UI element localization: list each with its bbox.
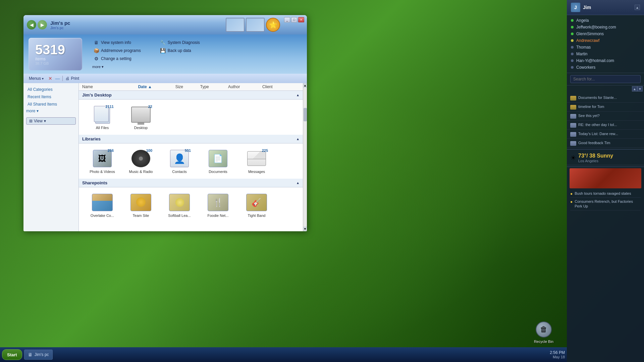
section-jims-desktop[interactable]: Jim's Desktop ▲ [79,91,303,100]
msg-email-icon-4 [570,123,576,128]
desktop-label: Desktop [134,126,148,130]
content-area: All Categories Recent Items All Shared I… [23,83,307,231]
start-button[interactable]: Start [2,349,22,360]
rp-scroll-down-button[interactable]: ▼ [637,86,643,92]
file-item-photo-videos[interactable]: 🖼 256 Photo & Videos [86,147,119,175]
change-setting-button[interactable]: ⚙ Change a setting [92,55,142,62]
storage-size: 38.7 GB [35,61,75,65]
action-column-2: 🔧 System Diagnosis 💾 Back up data [159,39,201,62]
documents-icon-wrap: 📄 [207,148,229,169]
overlake-icon [92,194,113,211]
col-header-author[interactable]: Author [228,84,262,89]
thumbnail-2[interactable] [246,18,265,32]
sidebar-recent-items[interactable]: Recent Items [26,94,76,100]
contact-coworkers[interactable]: Coworkers [571,64,640,71]
rp-search [567,73,644,85]
file-item-all-files[interactable]: 2111 All Files [86,103,119,131]
sidebar-all-categories[interactable]: All Categories [26,86,76,93]
section-jims-desktop-collapse[interactable]: ▲ [296,93,300,97]
menus-menu[interactable]: Menus ▾ [27,75,46,81]
contact-hanyi[interactable]: Han-Yi@hotmail.com [571,57,640,64]
back-up-data-button[interactable]: 💾 Back up data [159,47,201,54]
file-item-contacts[interactable]: 👤 501 Contacts [163,147,196,175]
rp-news-image [570,168,641,188]
contact-angela[interactable]: Angela [571,17,640,24]
view-control[interactable]: ⊞ View ▾ [26,117,76,125]
rp-news-2[interactable]: ● Consumers Retrench, but Factories Perk… [570,198,641,210]
more-button[interactable]: more ▾ [92,65,211,69]
minimize-button[interactable]: _ [284,17,290,22]
close-icon-small[interactable]: ✕ [48,76,52,81]
rp-contacts: Angela Jeffwork@boeing.com GlennSimmons … [567,15,644,73]
desktop-icon-wrap: 22 [129,105,152,125]
col-header-size[interactable]: Size [175,84,200,89]
view-system-info-button[interactable]: 🖥 View system info [92,39,142,46]
rp-msg-2[interactable]: timeline for Tom [567,103,644,112]
section-libraries[interactable]: Libraries ▲ [79,135,303,143]
vertical-scrollbar[interactable]: ▲ ▼ [303,83,307,231]
rp-news-1[interactable]: ● Bush tours tornado ravaged states [570,190,641,198]
contacts-count: 501 [185,148,191,153]
section-sharepoints[interactable]: Sharepoints ▲ [79,179,303,187]
rp-search-input[interactable] [570,75,641,83]
forward-button[interactable]: ▶ [38,20,47,29]
file-item-music-radio[interactable]: 100 Music & Radio [124,147,158,175]
col-header-client[interactable]: Client [262,84,293,89]
contact-martin-name: Martin [576,52,587,56]
rp-msg-3[interactable]: See this yet? [567,112,644,121]
recycle-bin[interactable]: 🗑 Recycle Bin [534,321,553,344]
print-button[interactable]: 🖨 Print [65,76,79,81]
file-item-team-site[interactable]: Team Site [124,191,158,219]
file-item-foodie[interactable]: 🍴 Foodie Net... [201,191,235,219]
contact-jeffwork[interactable]: Jeffwork@boeing.com [571,24,640,31]
contact-martin[interactable]: Martin [571,51,640,57]
section-sharepoints-collapse[interactable]: ▲ [296,181,300,185]
file-item-desktop[interactable]: 22 Desktop [124,103,158,131]
col-header-date[interactable]: Date ▲ [138,84,175,89]
section-libraries-collapse[interactable]: ▲ [296,137,300,141]
minimize-icon-small[interactable]: — [55,76,60,81]
favorites-button[interactable]: ⭐ [266,18,280,32]
rp-collapse-button[interactable]: ▲ [635,5,640,10]
col-header-type[interactable]: Type [200,84,228,89]
all-files-label: All Files [96,126,109,130]
sidebar-all-shared-items[interactable]: All Shared Items [26,101,76,107]
file-item-overlake[interactable]: Overlake Co... [86,191,119,219]
taskbar-jims-pc[interactable]: 🖥 Jim's pc [24,350,53,360]
scrollbar-thumb[interactable] [304,108,307,121]
rp-messages: Documents for Stanle... timeline for Tom… [567,92,644,362]
file-item-softball[interactable]: Softball Lea... [163,191,196,219]
scroll-up-button[interactable]: ▲ [303,83,307,88]
view-chevron-icon: ▾ [44,119,46,123]
rp-scroll-up-button[interactable]: ▲ [632,86,637,92]
column-headers: Name Date ▲ Size Type Author Client [79,83,303,91]
msg-email-icon-6 [570,141,576,146]
view-label: View [34,119,43,123]
maximize-button[interactable]: □ [291,17,297,22]
back-button[interactable]: ◀ [27,20,36,29]
system-diagnosis-label: System Diagnosis [168,40,200,45]
scroll-down-button[interactable]: ▼ [303,227,307,231]
sidebar-more-button[interactable]: more ▾ [26,109,76,113]
thumbnail-1[interactable] [226,18,245,32]
rp-msg-1[interactable]: Documents for Stanle... [567,94,644,103]
all-files-icon-wrap: 2111 [91,105,114,125]
rp-msg-4[interactable]: RE: the other day I tol... [567,121,644,130]
documents-label: Documents [209,170,227,174]
file-item-documents[interactable]: 📄 Documents [201,147,235,175]
rp-msg-6[interactable]: Good feedback Tim [567,139,644,148]
rp-msg-5[interactable]: Today's List: Dane rew... [567,130,644,139]
file-item-messages[interactable]: 225 Messages [240,147,273,175]
tight-band-icon-wrap: 🎸 [245,192,268,213]
contact-glennSimmons[interactable]: GlennSimmons [571,31,640,37]
rp-msg-text-3: See this yet? [578,113,600,118]
file-item-tight-band[interactable]: 🎸 Tight Band [240,191,273,219]
close-button[interactable]: ✕ [298,17,304,22]
contact-thomas[interactable]: Thomas [571,44,640,51]
contact-andrewcrawf[interactable]: Andrewcrawf [571,37,640,44]
col-header-name[interactable]: Name [82,84,138,89]
photo-videos-count: 256 [108,148,114,153]
system-diagnosis-button[interactable]: 🔧 System Diagnosis [159,39,201,46]
add-remove-programs-button[interactable]: 📦 Add/remove programs [92,47,142,54]
menus-arrow: ▾ [42,77,44,80]
